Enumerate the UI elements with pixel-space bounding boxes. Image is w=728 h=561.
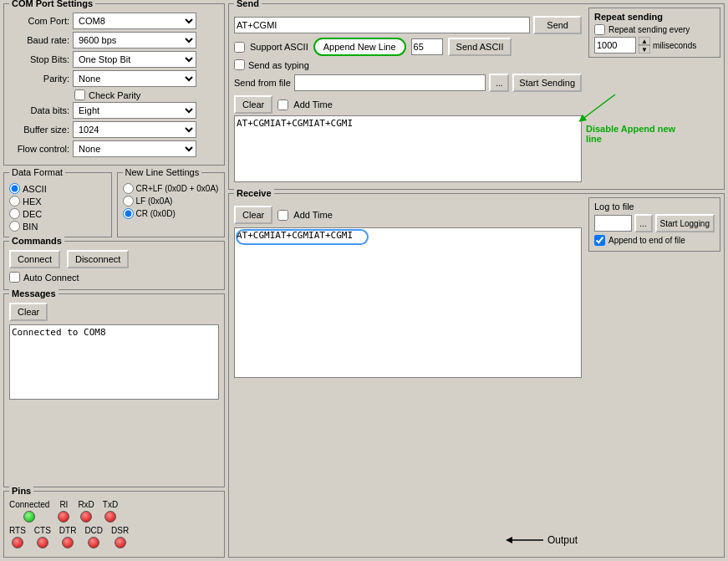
repeat-sending-label: Repeat sending every: [608, 25, 690, 34]
send-input[interactable]: [234, 17, 530, 33]
commands-title: Commands: [9, 236, 64, 246]
send-from-file-label: Send from file: [234, 78, 291, 88]
receive-text-area[interactable]: AT+CGMIAT+CGMIAT+CGMI: [234, 227, 582, 378]
pin-dtr-label: DTR: [59, 526, 77, 535]
parity-label: Parity:: [9, 74, 69, 84]
com-port-label: Com Port:: [9, 16, 69, 26]
pin-ri-led: [58, 511, 69, 523]
new-line-settings-title: New Line Settings: [123, 167, 202, 177]
repeat-spinner[interactable]: ▲ ▼: [639, 37, 650, 54]
send-title: Send: [234, 0, 262, 8]
pin-connected: Connected: [9, 500, 49, 523]
disconnect-button[interactable]: Disconnect: [67, 250, 129, 268]
svg-text:▼: ▼: [641, 46, 648, 54]
pin-connected-led: [23, 511, 35, 523]
receive-add-time-checkbox[interactable]: [277, 210, 288, 221]
cr-radio[interactable]: [123, 208, 134, 219]
pin-rts-led: [12, 537, 23, 548]
pin-dtr-led: [62, 537, 74, 548]
cr-label: CR (0x0D): [136, 209, 176, 218]
pin-rxd-led: [80, 511, 92, 523]
send-as-typing-checkbox[interactable]: [234, 59, 245, 70]
pin-connected-label: Connected: [9, 500, 49, 509]
pin-cts-led: [37, 537, 48, 548]
append-new-line-button[interactable]: Append New Line: [313, 38, 406, 56]
annotation-arrow: [573, 90, 624, 132]
check-parity-label: Check Parity: [89, 90, 140, 100]
send-add-time-checkbox[interactable]: [277, 99, 288, 110]
output-label: Output: [547, 534, 578, 546]
start-logging-button[interactable]: Start Logging: [655, 214, 715, 232]
connect-button[interactable]: Connect: [9, 250, 60, 268]
send-button[interactable]: Send: [533, 16, 582, 34]
send-ascii-button[interactable]: Send ASCII: [448, 38, 512, 56]
pin-txd-led: [104, 511, 116, 523]
append-to-end-checkbox[interactable]: [594, 235, 605, 246]
hex-radio[interactable]: [9, 196, 20, 207]
messages-title: Messages: [9, 288, 59, 298]
pin-rts: RTS: [9, 526, 26, 548]
lf-radio[interactable]: [123, 196, 134, 207]
check-parity-checkbox[interactable]: [74, 89, 85, 100]
bin-radio[interactable]: [9, 221, 20, 232]
support-ascii-checkbox[interactable]: [234, 42, 245, 53]
send-clear-button[interactable]: Clear: [234, 95, 272, 114]
ascii-value-input[interactable]: [411, 38, 443, 55]
auto-connect-label: Auto Connect: [23, 273, 79, 283]
crlf-label: CR+LF (0x0D + 0x0A): [136, 184, 219, 193]
output-arrow: [506, 532, 547, 548]
send-text-area[interactable]: AT+CGMIAT+CGMIAT+CGMI: [234, 115, 582, 182]
messages-clear-button[interactable]: Clear: [9, 303, 48, 321]
data-bits-select[interactable]: Eight: [73, 102, 196, 119]
pin-ri-label: RI: [59, 500, 68, 509]
pin-cts: CTS: [34, 526, 51, 548]
pin-dsr: DSR: [111, 526, 129, 548]
send-as-typing-label: Send as typing: [248, 60, 309, 70]
flow-control-label: Flow control:: [9, 144, 69, 154]
data-bits-label: Data bits:: [9, 105, 69, 115]
support-ascii-label: Support ASCII: [250, 42, 308, 52]
ascii-radio[interactable]: [9, 183, 20, 194]
pin-dcd-led: [88, 537, 99, 548]
pin-dsr-label: DSR: [111, 526, 129, 535]
log-browse-button[interactable]: ...: [634, 214, 653, 232]
auto-connect-checkbox[interactable]: [9, 272, 20, 283]
stop-bits-label: Stop Bits:: [9, 54, 69, 64]
svg-marker-4: [506, 537, 512, 543]
output-annotation-container: Output: [506, 532, 578, 548]
repeat-interval-input[interactable]: [594, 37, 636, 54]
buffer-size-select[interactable]: 1024: [73, 121, 196, 138]
log-to-file-title: Log to file: [594, 201, 715, 212]
crlf-radio[interactable]: [123, 183, 134, 194]
baud-rate-select[interactable]: 9600 bps: [73, 32, 196, 48]
receive-clear-button[interactable]: Clear: [234, 206, 272, 224]
log-file-path: [594, 215, 632, 232]
data-format-title: Data Format: [9, 167, 65, 177]
ascii-label: ASCII: [23, 184, 47, 194]
pin-dcd-label: DCD: [84, 526, 103, 535]
pin-dtr: DTR: [59, 526, 77, 548]
start-sending-button[interactable]: Start Sending: [512, 74, 582, 92]
pin-dsr-led: [115, 537, 126, 548]
send-add-time-label: Add Time: [293, 99, 332, 110]
com-port-settings-title: COM Port Settings: [9, 0, 95, 8]
pin-rxd-label: RxD: [78, 500, 94, 509]
receive-title: Receive: [234, 188, 274, 198]
dec-radio[interactable]: [9, 208, 20, 219]
dec-label: DEC: [23, 209, 42, 219]
com-port-select[interactable]: COM8: [73, 13, 196, 29]
pin-dcd: DCD: [84, 526, 103, 548]
repeat-sending-checkbox[interactable]: [594, 24, 605, 35]
stop-bits-select[interactable]: One Stop Bit: [73, 51, 196, 68]
messages-area[interactable]: Connected to COM8: [9, 324, 219, 400]
bin-label: BIN: [23, 222, 38, 232]
receive-add-time-label: Add Time: [293, 210, 332, 220]
lf-label: LF (0x0A): [136, 196, 173, 206]
flow-control-select[interactable]: None: [73, 140, 196, 157]
pin-txd: TxD: [103, 500, 118, 523]
repeat-sending-title: Repeat sending: [594, 12, 715, 22]
file-browse-button[interactable]: ...: [489, 74, 509, 92]
buffer-size-label: Buffer size:: [9, 125, 69, 135]
parity-select[interactable]: None: [73, 70, 196, 87]
svg-text:▲: ▲: [641, 38, 648, 45]
